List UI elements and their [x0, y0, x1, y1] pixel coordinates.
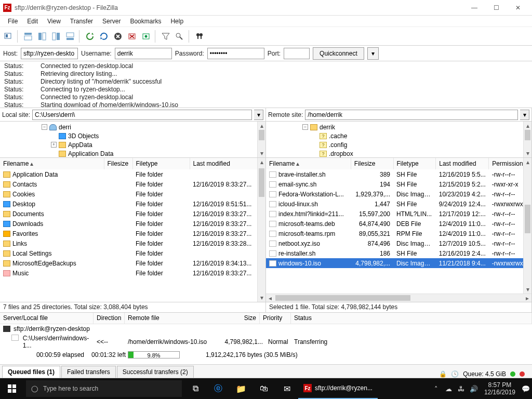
list-item[interactable]: FavoritesFile folder12/16/2019 8:33:27..… [0, 229, 265, 238]
menu-view[interactable]: View [43, 17, 65, 26]
scroll-down-icon[interactable]: ▾ [258, 294, 265, 302]
col-modified[interactable]: Last modified [190, 158, 265, 169]
maximize-button[interactable]: ☐ [485, 1, 507, 15]
quickconnect-button[interactable]: Quickconnect [313, 47, 364, 60]
col-remote-file[interactable]: Remote file [128, 314, 244, 322]
scroll-up-icon[interactable]: ▴ [524, 122, 531, 130]
remote-site-dropdown[interactable]: ▾ [520, 110, 529, 120]
refresh-icon[interactable] [84, 30, 96, 43]
disconnect-icon[interactable] [126, 30, 138, 43]
toggle-local-tree-icon[interactable] [36, 30, 48, 43]
scroll-up-icon[interactable]: ▴ [258, 158, 265, 166]
tree-label[interactable]: 3D Objects [68, 132, 99, 140]
local-site-input[interactable] [32, 110, 252, 120]
scroll-left-icon[interactable]: ◂ [266, 294, 274, 302]
taskbar-search[interactable]: ◯ Type here to search [26, 380, 182, 397]
tab-queued-files[interactable]: Queued files (1) [2, 366, 60, 378]
col-status[interactable]: Status [291, 313, 532, 324]
remote-directory-tree[interactable]: −derrik ?.cache ?.config ?.dropbox [266, 122, 523, 157]
search-remote-icon[interactable] [193, 30, 206, 43]
tree-label[interactable]: Application Data [68, 150, 113, 157]
list-item[interactable]: brave-installer.sh389SH File12/16/2019 5… [266, 169, 531, 179]
mail-icon[interactable]: ✉ [275, 378, 298, 399]
scroll-up-icon[interactable]: ▴ [258, 122, 265, 130]
tree-label[interactable]: .cache [329, 132, 347, 140]
process-queue-icon[interactable] [98, 30, 110, 43]
volume-icon[interactable]: 🔊 [468, 385, 480, 393]
col-size[interactable]: Size [244, 314, 256, 322]
vertical-scrollbar[interactable]: ▴ ▾ [523, 158, 531, 294]
site-manager-icon[interactable] [2, 30, 15, 43]
tree-label[interactable]: .config [329, 141, 347, 149]
remote-file-list[interactable]: Filename▴ Filesize Filetype Last modifie… [266, 158, 531, 294]
start-button[interactable] [0, 378, 24, 399]
file-explorer-icon[interactable]: 📁 [230, 378, 252, 399]
reconnect-icon[interactable] [140, 30, 152, 43]
taskbar-filezilla[interactable]: Fz sftp://derrik@ryzen... [298, 378, 378, 399]
network-icon[interactable]: 🖧 [455, 385, 468, 393]
horizontal-scrollbar[interactable]: ◂ ▸ [266, 294, 531, 302]
host-input[interactable] [21, 48, 78, 59]
menu-edit[interactable]: Edit [22, 17, 43, 26]
menu-file[interactable]: File [3, 17, 22, 26]
menu-help[interactable]: Help [166, 17, 188, 26]
list-item[interactable]: CookiesFile folder [0, 189, 265, 199]
list-item[interactable]: Fedora-Workstation-L...1,929,379,...Disc… [266, 189, 531, 199]
filter-icon[interactable] [159, 30, 172, 43]
minimize-button[interactable]: — [463, 1, 485, 15]
tab-successful-transfers[interactable]: Successful transfers (2) [117, 366, 194, 378]
queue-server-row[interactable]: sftp://derrik@ryzen-desktop [0, 324, 532, 334]
tree-label[interactable]: .dropbox [329, 150, 353, 157]
task-view-icon[interactable]: ⧉ [184, 378, 207, 399]
col-filename[interactable]: Filename▴ [266, 158, 351, 169]
list-item[interactable]: MicrosoftEdgeBackupsFile folder12/16/201… [0, 258, 265, 268]
col-direction[interactable]: Direction [94, 313, 125, 324]
cancel-icon[interactable] [112, 30, 124, 43]
vertical-scrollbar[interactable]: ▴ ▾ [257, 122, 265, 157]
scroll-down-icon[interactable]: ▾ [524, 149, 531, 157]
list-item[interactable]: MusicFile folder12/16/2019 8:33:27... [0, 268, 265, 278]
store-icon[interactable]: 🛍 [252, 378, 275, 399]
col-priority[interactable]: Priority [260, 313, 291, 324]
list-item[interactable]: windows-10.iso4,798,982,...Disc Image...… [266, 258, 531, 268]
edge-icon[interactable]: ⓔ [207, 378, 230, 399]
scroll-down-icon[interactable]: ▾ [258, 149, 265, 157]
tree-label[interactable]: derri [59, 124, 71, 131]
message-log[interactable]: Status:Connected to ryzen-desktop.local … [0, 61, 532, 108]
list-item[interactable]: Local SettingsFile folder [0, 248, 265, 258]
col-modified[interactable]: Last modified [436, 158, 489, 169]
password-input[interactable] [207, 48, 264, 59]
tree-label[interactable]: derrik [320, 124, 335, 131]
list-item[interactable]: microsoft-teams.rpm89,055,321RPM File12/… [266, 229, 531, 238]
list-item[interactable]: icloud-linux.sh1,447SH File9/24/2019 12:… [266, 199, 531, 209]
menu-bookmarks[interactable]: Bookmarks [125, 17, 166, 26]
col-filetype[interactable]: Filetype [393, 158, 436, 169]
tree-collapse-icon[interactable]: − [302, 124, 308, 130]
close-button[interactable]: ✕ [507, 1, 529, 15]
list-item[interactable]: DocumentsFile folder12/16/2019 8:33:27..… [0, 209, 265, 219]
username-input[interactable] [115, 48, 172, 59]
vertical-scrollbar[interactable]: ▴ ▾ [257, 158, 265, 302]
menu-transfer[interactable]: Transfer [65, 17, 98, 26]
list-item[interactable]: LinksFile folder12/16/2019 8:33:28... [0, 238, 265, 248]
menu-server[interactable]: Server [98, 17, 125, 26]
list-item[interactable]: re-installer.sh186SH File12/16/2019 2:4.… [266, 248, 531, 258]
col-server-local[interactable]: Server/Local file [0, 313, 94, 324]
list-item[interactable]: email-sync.sh194SH File12/15/2019 5:2...… [266, 179, 531, 189]
queue-transfer-row[interactable]: C:\Users\derri\windows-1... <<-- /home/d… [0, 334, 532, 350]
remote-site-input[interactable] [305, 110, 518, 120]
local-file-list[interactable]: Filename▴ Filesize Filetype Last modifie… [0, 158, 265, 302]
onedrive-icon[interactable]: ☁ [443, 385, 455, 393]
notifications-icon[interactable]: 💬 [520, 385, 532, 393]
scroll-down-icon[interactable]: ▾ [524, 285, 531, 294]
scroll-right-icon[interactable]: ▸ [523, 294, 531, 302]
col-filesize[interactable]: Filesize [351, 158, 393, 169]
col-filename[interactable]: Filename▴ [0, 158, 104, 169]
list-item[interactable]: index.html?linkid=211...15,597,200HTML?L… [266, 209, 531, 219]
list-item[interactable]: netboot.xyz.iso874,496Disc Image...12/7/… [266, 238, 531, 248]
vertical-scrollbar[interactable]: ▴ ▾ [523, 122, 531, 157]
tray-chevron-icon[interactable]: ˄ [430, 385, 443, 393]
compare-icon[interactable] [174, 30, 186, 43]
port-input[interactable] [284, 48, 310, 59]
local-site-dropdown[interactable]: ▾ [254, 110, 263, 120]
